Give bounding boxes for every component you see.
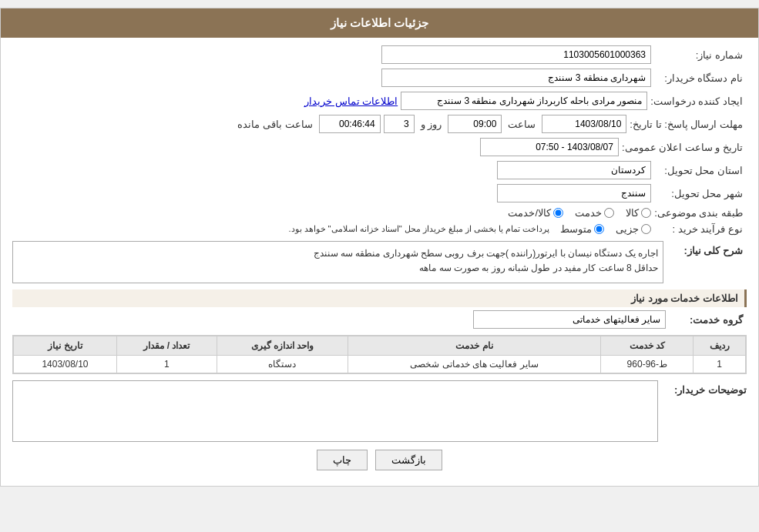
- buttons-row: بازگشت چاپ: [12, 450, 747, 470]
- group-label: گروه خدمت:: [670, 314, 747, 326]
- process-row: نوع فرآیند خرید : جزیی متوسط پرداخت تمام…: [12, 223, 747, 235]
- request-number-label: شماره نیاز:: [654, 49, 747, 61]
- category-option-kala: کالا: [626, 207, 651, 219]
- description-box: اجاره یک دستگاه نیسان با ایرتور(راننده )…: [12, 241, 663, 283]
- category-option-khedmat: خدمت: [575, 207, 614, 219]
- creator-contact-link[interactable]: اطلاعات تماس خریدار: [304, 95, 398, 107]
- process-motevaset-label: متوسط: [560, 223, 592, 235]
- deadline-time-input: [448, 115, 502, 133]
- announcement-row: تاریخ و ساعت اعلان عمومی:: [12, 138, 747, 156]
- main-container: جزئیات اطلاعات نیاز شماره نیاز: نام دستگ…: [0, 8, 759, 487]
- description-label: شرح کلی نیاز:: [670, 241, 747, 256]
- content-area: شماره نیاز: نام دستگاه خریدار: ایجاد کنن…: [1, 38, 758, 486]
- col-header-row: ردیف: [694, 336, 746, 356]
- category-radio-both[interactable]: [553, 208, 563, 218]
- table-cell-quantity: 1: [116, 356, 217, 373]
- category-both-label: کالا/خدمت: [508, 207, 551, 219]
- col-header-name: نام خدمت: [348, 336, 601, 356]
- notes-label: توضیحات خریدار:: [662, 380, 747, 396]
- creator-row: ایجاد کننده درخواست: اطلاعات تماس خریدار: [12, 92, 747, 110]
- description-text: اجاره یک دستگاه نیسان با ایرتور(راننده )…: [314, 248, 658, 273]
- print-button[interactable]: چاپ: [317, 450, 368, 470]
- table-row: 1ط-96-960سایر فعالیت های خدماتی شخصیدستگ…: [14, 356, 746, 373]
- announcement-label: تاریخ و ساعت اعلان عمومی:: [622, 142, 747, 153]
- back-button[interactable]: بازگشت: [375, 450, 442, 470]
- group-row: گروه خدمت:: [12, 310, 747, 329]
- services-table-container: ردیف کد خدمت نام خدمت واحد اندازه گیری ت…: [12, 335, 747, 374]
- deadline-remaining-input: [319, 115, 381, 133]
- category-option-both: کالا/خدمت: [508, 207, 563, 219]
- process-note: پرداخت تمام یا بخشی از مبلغ خریداز محل "…: [288, 224, 549, 234]
- table-cell-row: 1: [694, 356, 746, 373]
- buyer-org-row: نام دستگاه خریدار:: [12, 69, 747, 87]
- city-row: شهر محل تحویل:: [12, 184, 747, 202]
- deadline-days-input: [384, 115, 415, 133]
- table-cell-name: سایر فعالیت های خدماتی شخصی: [348, 356, 601, 373]
- process-option-jozi: جزیی: [616, 223, 651, 235]
- table-cell-date: 1403/08/10: [14, 356, 117, 373]
- process-radio-motevaset[interactable]: [594, 224, 604, 234]
- province-label: استان محل تحویل:: [654, 165, 747, 176]
- buyer-org-label: نام دستگاه خریدار:: [654, 72, 747, 84]
- request-number-input: [381, 45, 651, 64]
- province-input: [497, 161, 651, 179]
- creator-label: ایجاد کننده درخواست:: [650, 95, 747, 107]
- table-cell-code: ط-96-960: [601, 356, 694, 373]
- deadline-date-input: [542, 115, 626, 133]
- city-label: شهر محل تحویل:: [654, 188, 747, 199]
- creator-input: [401, 92, 647, 110]
- deadline-days-label: روز و: [418, 119, 445, 130]
- services-table: ردیف کد خدمت نام خدمت واحد اندازه گیری ت…: [13, 336, 746, 373]
- request-number-row: شماره نیاز:: [12, 45, 747, 64]
- process-option-motevaset: متوسط: [560, 223, 604, 235]
- province-row: استان محل تحویل:: [12, 161, 747, 179]
- category-radio-khedmat[interactable]: [604, 208, 614, 218]
- deadline-remaining-label: ساعت باقی مانده: [234, 119, 315, 130]
- process-label: نوع فرآیند خرید :: [654, 223, 747, 235]
- services-section-title: اطلاعات خدمات مورد نیاز: [12, 289, 747, 307]
- category-kala-label: کالا: [626, 207, 639, 219]
- process-radio-jozi[interactable]: [641, 224, 651, 234]
- announcement-input: [480, 138, 619, 156]
- category-radio-kala[interactable]: [641, 208, 651, 218]
- buyer-org-input: [381, 69, 651, 87]
- category-label: طبقه بندی موضوعی:: [654, 207, 747, 219]
- group-input: [473, 310, 666, 329]
- deadline-label: مهلت ارسال پاسخ: تا تاریخ:: [630, 119, 747, 130]
- description-row: شرح کلی نیاز: اجاره یک دستگاه نیسان با ا…: [12, 241, 747, 283]
- header-title: جزئیات اطلاعات نیاز: [331, 16, 428, 29]
- process-radio-group: جزیی متوسط: [560, 223, 651, 235]
- category-row: طبقه بندی موضوعی: کالا خدمت کالا/خدمت: [12, 207, 747, 219]
- deadline-time-label: ساعت: [505, 119, 539, 130]
- col-header-qty: تعداد / مقدار: [116, 336, 217, 356]
- col-header-unit: واحد اندازه گیری: [217, 336, 348, 356]
- table-cell-unit: دستگاه: [217, 356, 348, 373]
- col-header-date: تاریخ نیاز: [14, 336, 117, 356]
- deadline-row: مهلت ارسال پاسخ: تا تاریخ: ساعت روز و سا…: [12, 115, 747, 133]
- page-header: جزئیات اطلاعات نیاز: [1, 8, 758, 38]
- notes-textarea[interactable]: [12, 380, 658, 442]
- city-input: [497, 184, 651, 202]
- process-jozi-label: جزیی: [616, 223, 639, 235]
- col-header-code: کد خدمت: [601, 336, 694, 356]
- notes-row: توضیحات خریدار:: [12, 380, 747, 442]
- category-khedmat-label: خدمت: [575, 207, 602, 219]
- category-radio-group: کالا خدمت کالا/خدمت: [508, 207, 651, 219]
